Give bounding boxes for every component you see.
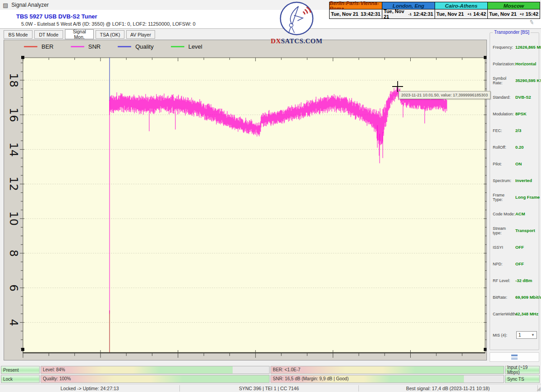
transponder-title: Transponder [BS]	[493, 30, 531, 35]
y-axis-label: 4	[5, 313, 23, 332]
transponder-row: Pilot:ON	[493, 155, 537, 172]
level-meter-label: Level: 84%	[43, 367, 65, 372]
transponder-value: Inverted	[515, 178, 532, 183]
snr-line-swatch	[71, 46, 84, 47]
y-axis-label: 12	[5, 174, 23, 193]
legend-item-level: Level	[171, 43, 202, 50]
device-title: TBS 5927 USB DVB-S2 Tuner	[16, 13, 97, 20]
transponder-value: 2/3	[515, 128, 521, 133]
transponder-label: Stream type:	[493, 226, 515, 235]
mis-dropdown[interactable]: 1 ▼	[516, 331, 537, 339]
tab-bs-mode[interactable]: BS Mode	[4, 30, 32, 39]
transponder-value: Long Frame	[515, 195, 540, 200]
clock-time: Tue, Nov 21 +215:42	[487, 9, 540, 19]
ber-line-swatch	[24, 46, 37, 47]
transponder-value: Transport	[515, 228, 535, 233]
y-axis-label: 16	[5, 105, 23, 124]
mis-row: MIS (4): 1 ▼	[493, 331, 537, 339]
signal-chart[interactable]	[4, 40, 486, 360]
transponder-value: ON	[515, 161, 522, 166]
clock-time: Tue, Nov 21 -112:42:31	[382, 9, 435, 19]
transponder-row: Stream type:Transport	[493, 222, 537, 239]
status-bar: Locked -> Uptime: 24:27:13 SYNC 396 | TE…	[0, 384, 541, 392]
stream-list-button[interactable]	[490, 352, 539, 362]
level-meter: Level: 84%	[41, 366, 270, 374]
transponder-value: OFF	[515, 261, 524, 266]
tab-dt-mode[interactable]: DT Mode	[34, 30, 63, 39]
chart-legend: BER SNR Quality Level	[24, 43, 202, 50]
ber-meter-fill	[271, 366, 504, 374]
tab-tsa[interactable]: TSA (OK)	[96, 30, 124, 39]
clock-time: Tue, Nov 21 +114:42	[435, 9, 487, 19]
tab-av-player[interactable]: AV Player	[126, 30, 155, 39]
clock-berlin: Berlin-Paris-Vienna-Roma Tue, Nov 21 13:…	[329, 2, 382, 20]
transponder-label: Frame Type:	[493, 193, 515, 202]
transponder-label: Symbol Rate:	[493, 76, 515, 85]
satellite-dish-icon	[269, 1, 325, 36]
world-clocks: Berlin-Paris-Vienna-Roma Tue, Nov 21 13:…	[329, 2, 540, 20]
transponder-row: RF Level:-32 dBm	[493, 272, 537, 289]
resize-grip[interactable]: ◢	[537, 386, 541, 392]
snr-meter-label: SNR: 16,5 dB (Margin: 9,9 dB | Good)	[273, 376, 348, 381]
clock-time: Tue, Nov 21 13:42:31	[329, 9, 382, 19]
clock-city-label: Moscow	[487, 2, 540, 9]
transponder-label: Spectrum:	[493, 178, 515, 183]
transponder-label: Modulation:	[493, 112, 515, 116]
sync-ts-indicator: Sync TS	[505, 375, 540, 383]
transponder-row: Polarization:Horizontal	[493, 55, 537, 72]
y-axis-label: 14	[5, 140, 23, 159]
transponder-value: Horizontal	[515, 61, 536, 66]
transponder-row: CarrierWidth:42,348 MHz	[493, 305, 537, 322]
device-subtitle: 5.0W - Eutelsat 5 West A/B (ID: 3550) @ …	[21, 21, 196, 27]
chart-tooltip: 2023-11-21 10.01.50, value: 17,399999618…	[399, 91, 491, 99]
clock-city-label: Cairo-Athens	[435, 2, 487, 9]
legend-item-ber: BER	[24, 43, 54, 50]
transponder-row: ISSYIOFF	[493, 239, 537, 255]
quality-meter-label: Quality: 100%	[43, 376, 71, 381]
transponder-row: Symbol Rate:35290,595 KS/s	[493, 72, 537, 89]
transponder-value: ACM	[515, 211, 525, 216]
transponder-label: CarrierWidth:	[493, 312, 515, 316]
transponder-row: Spectrum:Inverted	[493, 172, 537, 189]
transponder-value: DVB-S2	[515, 95, 531, 100]
mis-label: MIS (4):	[493, 333, 515, 337]
transponder-groupbox: Transponder [BS] Frequency:12626,865 MHz…	[490, 32, 539, 350]
transponder-label: FEC:	[493, 128, 515, 133]
level-line-swatch	[171, 46, 184, 47]
ber-meter: BER: <1.0E-7	[270, 366, 504, 374]
transponder-value: 35290,595 KS/s	[515, 78, 541, 83]
quality-line-swatch	[118, 46, 131, 47]
clock-cairo: Cairo-Athens Tue, Nov 21 +114:42	[435, 2, 487, 20]
transponder-label: Pilot:	[493, 162, 515, 166]
transponder-label: RollOff:	[493, 145, 515, 150]
transponder-row: Frequency:12626,865 MHz	[493, 39, 537, 55]
status-lock-uptime: Locked -> Uptime: 24:27:13	[0, 384, 179, 392]
y-axis-label: 8	[5, 244, 23, 263]
transponder-label: BitRate:	[493, 295, 515, 300]
transponder-label: ISSYI	[493, 245, 515, 250]
tab-signal-mon[interactable]: Signal Mon.	[65, 29, 94, 39]
transponder-row: Frame Type:Long Frame	[493, 189, 537, 205]
snr-meter: SNR: 16,5 dB (Margin: 9,9 dB | Good)	[270, 375, 504, 383]
list-icon	[511, 355, 518, 360]
transponder-label: Polarization:	[493, 62, 515, 66]
transponder-row: Standard:DVB-S2	[493, 89, 537, 105]
status-best-signal: Best signal: 17,4 dB (2023-11-21 10:18)	[358, 384, 537, 392]
chevron-down-icon: ▼	[531, 333, 535, 337]
transponder-row: Modulation:8PSK	[493, 105, 537, 122]
dxsatcs-logo: DXSATCS.COM	[269, 1, 325, 42]
transponder-value: -32 dBm	[515, 278, 532, 283]
transponder-row: RollOff:0.20	[493, 139, 537, 155]
transponder-value: 0.20	[515, 145, 524, 150]
transponder-label: Code Mode:	[493, 212, 515, 216]
status-separator	[358, 385, 359, 392]
level-meter-fill	[41, 366, 233, 374]
clock-city-label: Berlin-Paris-Vienna-Roma	[329, 2, 382, 9]
dxsatcs-wordmark: DXSATCS.COM	[269, 38, 325, 45]
status-sync-counters: SYNC 396 | TEI 1 | CC 7146	[179, 384, 358, 392]
y-axis-label: 6	[5, 278, 23, 297]
transponder-label: Standard:	[493, 95, 515, 100]
legend-item-snr: SNR	[71, 43, 101, 50]
transponder-sidebar: Transponder [BS] Frequency:12626,865 MHz…	[490, 30, 539, 351]
transponder-label: Frequency:	[493, 45, 515, 50]
